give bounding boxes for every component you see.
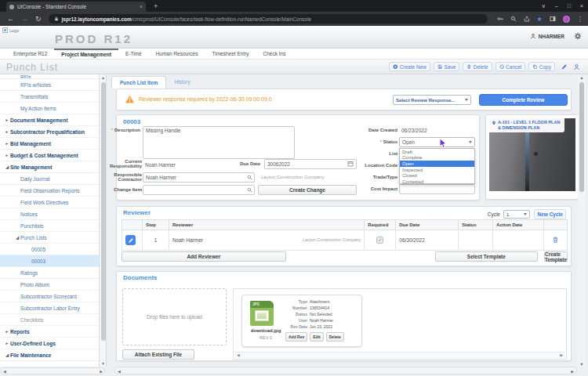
- side-panel-icon[interactable]: [550, 16, 556, 22]
- chevron-down-icon[interactable]: ∨: [542, 3, 546, 9]
- nav-tab-project-management[interactable]: Project Management: [54, 49, 118, 59]
- copy-button[interactable]: Copy: [528, 62, 555, 71]
- document-tile[interactable]: JPG download.jpg REV 0 TypeAttachment Nu…: [241, 295, 362, 347]
- browser-menu-icon[interactable]: ⋮: [577, 16, 583, 23]
- delete-reviewer-icon[interactable]: [552, 236, 559, 244]
- scrollbar-thumb[interactable]: [579, 82, 584, 192]
- scroll-left-icon[interactable]: ◀: [237, 352, 240, 357]
- status-option-open-highlighted[interactable]: Open: [400, 161, 474, 167]
- sidebar-item-checklists[interactable]: Checklists: [0, 314, 99, 326]
- sidebar-item-ratings[interactable]: Ratings: [0, 267, 99, 279]
- sidebar-section-bid-management[interactable]: ▸Bid Management: [0, 138, 99, 150]
- tab-punch-list-item[interactable]: Punch List Item: [111, 76, 166, 89]
- tab-close-icon[interactable]: ×: [140, 4, 143, 9]
- nav-tab-e-time[interactable]: E-Time: [118, 49, 149, 59]
- sidebar-item-subcontractor-labor-entry[interactable]: Subcontractor Labor Entry: [0, 302, 99, 314]
- sidebar-item-00003-selected[interactable]: 00003: [0, 255, 99, 267]
- sidebar-section-file-maintenance[interactable]: ◢File Maintenance: [0, 349, 99, 361]
- status-select[interactable]: Open: [399, 137, 475, 147]
- create-change-button[interactable]: Create Change: [258, 185, 357, 195]
- content-vertical-scrollbar[interactable]: ▲ ▼: [578, 75, 586, 367]
- nav-tab-timesheet-entry[interactable]: Timesheet Entry: [205, 49, 256, 59]
- status-option-closed[interactable]: Closed: [400, 172, 474, 179]
- tab-history[interactable]: History: [166, 76, 198, 89]
- user-chip[interactable]: NHARMER: [530, 33, 564, 39]
- scrollbar-thumb[interactable]: [101, 82, 106, 341]
- sidebar-item-notices[interactable]: Notices: [0, 208, 99, 220]
- sidebar-item-transmittals[interactable]: Transmittals: [0, 91, 99, 103]
- scroll-left-icon[interactable]: ◀: [3, 369, 6, 374]
- sidebar-section-subcontractor-prequalification[interactable]: ▸Subcontractor Prequalification: [0, 126, 99, 138]
- scroll-right-icon[interactable]: ▶: [571, 369, 574, 374]
- change-item-field[interactable]: [143, 185, 255, 195]
- search-icon[interactable]: [247, 187, 252, 193]
- status-option-contested[interactable]: Contested: [400, 179, 474, 185]
- gear-icon[interactable]: [574, 32, 582, 40]
- add-reviewer-button[interactable]: Add Reviewer: [122, 251, 286, 262]
- edit-pencil-icon[interactable]: [561, 63, 568, 70]
- nav-tab-human-resources[interactable]: Human Resources: [149, 49, 205, 59]
- status-option-complete[interactable]: Complete: [400, 155, 474, 161]
- attach-existing-file-button[interactable]: Attach Existing File: [122, 349, 194, 360]
- sidebar-item-daily-journal[interactable]: Daily Journal: [0, 173, 99, 185]
- cycle-select[interactable]: 1: [503, 210, 530, 219]
- sidebar-item-subcontractor-scorecard[interactable]: Subcontractor Scorecard: [0, 291, 99, 302]
- refresh-icon[interactable]: ↻: [35, 15, 42, 23]
- save-button[interactable]: Save: [434, 62, 459, 71]
- review-response-select[interactable]: Select Review Response...: [393, 95, 471, 105]
- cost-impact-field[interactable]: [399, 184, 475, 194]
- close-icon[interactable]: ×: [580, 3, 583, 9]
- select-template-button[interactable]: Select Template: [435, 251, 538, 262]
- delete-button[interactable]: Delete: [463, 62, 492, 71]
- sidebar-section-reports[interactable]: ▸Reports: [0, 326, 99, 338]
- scroll-up-icon[interactable]: ▲: [578, 75, 586, 80]
- scroll-left-icon[interactable]: ◀: [118, 369, 121, 374]
- key-icon[interactable]: [497, 16, 503, 22]
- new-tab-icon[interactable]: +: [154, 2, 158, 10]
- bookmark-star-icon[interactable]: ★: [537, 16, 543, 23]
- profile-avatar[interactable]: [563, 16, 570, 23]
- add-rev-button[interactable]: Add Rev: [285, 332, 307, 342]
- sidebar-section-user-defined-logs[interactable]: ▸User-Defined Logs: [0, 338, 99, 349]
- sidebar-item-photo-album[interactable]: Photo Album: [0, 279, 99, 291]
- create-new-button[interactable]: Create New: [389, 62, 430, 71]
- documents-horizontal-scrollbar[interactable]: ◀ ▶: [234, 352, 565, 358]
- scroll-right-icon[interactable]: ▶: [560, 352, 563, 357]
- sidebar-section-site-management[interactable]: ◢Site Management: [0, 161, 99, 173]
- scroll-down-icon[interactable]: ▼: [100, 361, 106, 366]
- sidebar-item-my-action-items[interactable]: My Action Items: [0, 103, 99, 114]
- sidebar-item-punchlists[interactable]: Punchlists: [0, 220, 99, 232]
- sidebar-section-punch-lists[interactable]: ◢Punch Lists: [0, 232, 99, 244]
- sidebar-item-rfis-w-notes[interactable]: RFIs w/Notes: [0, 79, 99, 91]
- cancel-button[interactable]: Cancel: [495, 62, 526, 71]
- file-dropzone[interactable]: Drop files here to upload: [122, 288, 227, 345]
- back-icon[interactable]: ←: [7, 15, 14, 23]
- browser-tab[interactable]: UIConsole - Standard Console ×: [6, 2, 146, 12]
- forward-icon[interactable]: →: [21, 15, 28, 23]
- status-option-inspected[interactable]: Inspected: [400, 167, 474, 173]
- required-checkbox-checked[interactable]: ✓: [376, 237, 383, 244]
- scroll-up-icon[interactable]: ▲: [100, 75, 106, 80]
- scroll-down-icon[interactable]: ▼: [578, 362, 586, 367]
- nav-tab-enterprise-r12[interactable]: Enterprise R12: [6, 49, 54, 59]
- new-cycle-button[interactable]: New Cycle: [534, 209, 566, 219]
- scroll-right-icon[interactable]: ▶: [100, 369, 103, 374]
- search-icon[interactable]: [510, 16, 517, 22]
- maximize-icon[interactable]: □: [568, 3, 571, 9]
- sidebar-vertical-scrollbar[interactable]: ▲ ▼: [100, 74, 107, 367]
- minimize-icon[interactable]: –: [555, 3, 558, 9]
- edit-reviewer-button[interactable]: [125, 235, 136, 245]
- create-template-button[interactable]: Create Template: [544, 251, 568, 262]
- share-icon[interactable]: [524, 16, 530, 22]
- sidebar-item-00005[interactable]: 00005: [0, 244, 99, 255]
- sidebar-section-budget-cost-management[interactable]: ▸Budget & Cost Management: [0, 150, 99, 161]
- responsible-contractor-field[interactable]: [143, 172, 255, 183]
- sidebar-item-field-work-directives[interactable]: Field Work Directives: [0, 197, 99, 208]
- description-field[interactable]: Missing Handle: [143, 126, 295, 159]
- content-horizontal-scrollbar[interactable]: ◀ ▶: [114, 367, 577, 374]
- complete-review-button[interactable]: Complete Review: [479, 94, 568, 106]
- user-profile-icon[interactable]: [573, 63, 580, 70]
- sidebar-horizontal-scrollbar[interactable]: ◀ ▶: [1, 367, 105, 374]
- nav-tab-check-ins[interactable]: Check Ins: [256, 49, 293, 59]
- delete-file-button[interactable]: Delete: [326, 332, 344, 342]
